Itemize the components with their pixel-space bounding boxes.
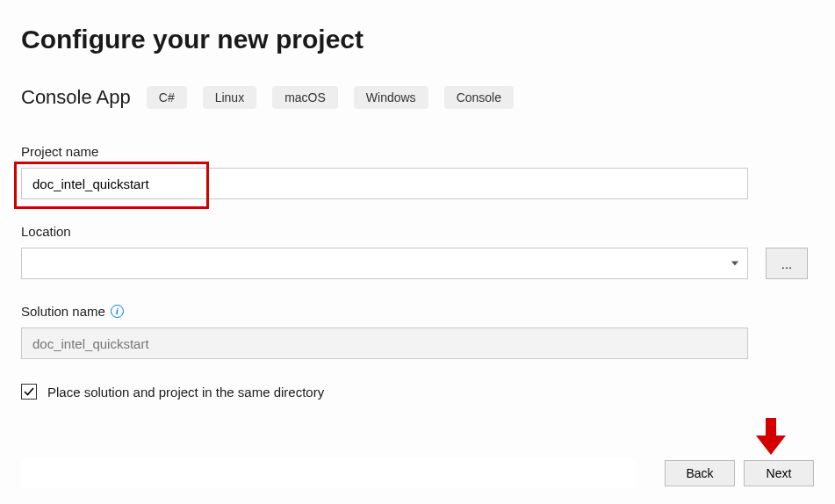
same-directory-checkbox[interactable] [21, 384, 37, 400]
template-tag: Console [444, 86, 514, 109]
template-tag: C# [147, 86, 187, 109]
location-label: Location [21, 224, 814, 239]
footer-buttons: Back Next [665, 460, 814, 486]
project-name-input[interactable] [21, 168, 748, 199]
template-tag: Windows [354, 86, 428, 109]
same-directory-label: Place solution and project in the same d… [47, 385, 324, 400]
browse-button[interactable]: ... [766, 248, 808, 279]
solution-name-group: Solution name i [21, 304, 814, 359]
next-button[interactable]: Next [744, 460, 814, 486]
solution-name-input [21, 328, 748, 359]
project-name-label: Project name [21, 144, 814, 159]
annotation-arrow-icon [756, 418, 786, 455]
footer-spacer [21, 458, 636, 488]
info-icon[interactable]: i [111, 305, 124, 318]
template-tag: Linux [203, 86, 256, 109]
checkmark-icon [24, 386, 34, 397]
chevron-down-icon [731, 262, 738, 266]
location-dropdown[interactable] [21, 248, 748, 279]
same-directory-row: Place solution and project in the same d… [21, 384, 814, 400]
page-title: Configure your new project [21, 25, 814, 54]
solution-name-label: Solution name i [21, 304, 814, 319]
template-info-row: Console App C# Linux macOS Windows Conso… [21, 86, 814, 109]
template-tag: macOS [272, 86, 338, 109]
location-group: Location ... [21, 224, 814, 279]
project-name-group: Project name [21, 144, 814, 199]
solution-name-label-text: Solution name [21, 304, 105, 319]
back-button[interactable]: Back [665, 460, 735, 486]
template-name: Console App [21, 86, 131, 109]
